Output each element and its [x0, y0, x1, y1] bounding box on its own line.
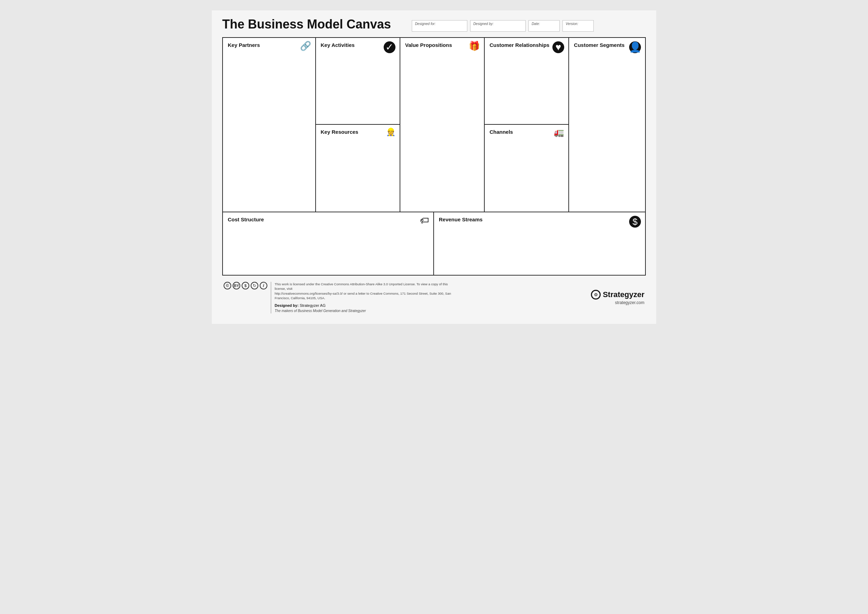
cost-structure-icon: 🏷 [420, 216, 429, 225]
footer-left: © BY $ ↻ i This work is licensed under t… [223, 282, 451, 313]
cc-by-icon: BY [232, 282, 240, 289]
channels-cell: Channels 🚛 [485, 125, 568, 211]
activities-resources-col: Key Activities ✓ Key Resources 👷 [316, 38, 400, 211]
date-label: Date: [532, 22, 556, 26]
customer-relationships-cell: Customer Relationships ♥ [485, 38, 568, 125]
designed-by-field[interactable]: Designed by: [470, 20, 525, 32]
revenue-streams-title: Revenue Streams [439, 216, 483, 222]
strategyzer-url: strategyzer.com [591, 300, 645, 305]
canvas-top-row: Key Partners 🔗 Key Activities ✓ Key Reso… [223, 38, 645, 212]
canvas-bottom-row: Cost Structure 🏷 Revenue Streams $ [223, 212, 645, 275]
strategyzer-logo-icon: ⊙ [591, 290, 601, 300]
value-propositions-title: Value Propositions [405, 42, 452, 48]
cr-channels-col: Customer Relationships ♥ Channels 🚛 [485, 38, 569, 211]
footer-tagline: The makers of Business Model Generation … [274, 309, 451, 313]
version-field[interactable]: Version: [563, 20, 594, 32]
page-title: The Business Model Canvas [222, 17, 391, 31]
date-field[interactable]: Date: [529, 20, 560, 32]
channels-title: Channels [490, 129, 513, 135]
key-activities-cell: Key Activities ✓ [316, 38, 400, 125]
customer-segments-icon: 👤 [629, 41, 641, 53]
footer-license-icons: © BY $ ↻ i [223, 282, 267, 289]
key-resources-cell: Key Resources 👷 [316, 125, 400, 211]
customer-relationships-title: Customer Relationships [490, 42, 550, 48]
cc-nc-icon: $ [242, 282, 249, 289]
key-resources-icon: 👷 [386, 128, 395, 136]
header: The Business Model Canvas Designed for: … [222, 17, 646, 32]
footer-right: ⊙ Strategyzer strategyzer.com [591, 290, 645, 305]
designed-by-label: Designed by: [473, 22, 522, 26]
value-propositions-cell: Value Propositions 🎁 [400, 38, 485, 211]
version-label: Version: [566, 22, 591, 26]
key-partners-title: Key Partners [228, 42, 260, 48]
footer-designed-by: Designed by: Strategyzer AG [274, 303, 451, 308]
header-fields: Designed for: Designed by: Date: Version… [412, 17, 646, 32]
revenue-streams-cell: Revenue Streams $ [434, 212, 645, 275]
page: The Business Model Canvas Designed for: … [212, 11, 656, 324]
customer-segments-cell: Customer Segments 👤 [569, 38, 645, 211]
customer-segments-title: Customer Segments [574, 42, 625, 48]
revenue-streams-icon: $ [629, 216, 641, 228]
cost-structure-cell: Cost Structure 🏷 [223, 212, 434, 275]
footer: © BY $ ↻ i This work is licensed under t… [222, 282, 646, 313]
cost-structure-title: Cost Structure [228, 216, 264, 222]
business-model-canvas: Key Partners 🔗 Key Activities ✓ Key Reso… [222, 37, 646, 275]
key-partners-icon: 🔗 [300, 41, 311, 50]
cc-sa-icon: ↻ [251, 282, 258, 289]
designed-for-field[interactable]: Designed for: [412, 20, 467, 32]
footer-text-block: This work is licensed under the Creative… [271, 282, 451, 313]
key-activities-title: Key Activities [321, 42, 355, 48]
designed-for-label: Designed for: [415, 22, 464, 26]
key-resources-title: Key Resources [321, 129, 358, 135]
cc-icon: © [223, 282, 231, 289]
footer-license-text: This work is licensed under the Creative… [274, 282, 451, 300]
value-propositions-icon: 🎁 [469, 41, 480, 50]
strategyzer-brand: Strategyzer [603, 290, 645, 299]
customer-relationships-icon: ♥ [552, 41, 564, 53]
key-activities-icon: ✓ [384, 41, 395, 53]
key-partners-cell: Key Partners 🔗 [223, 38, 316, 211]
cc-info-icon: i [260, 282, 267, 289]
channels-icon: 🚛 [554, 128, 564, 137]
strategyzer-logo: ⊙ Strategyzer [591, 290, 645, 300]
